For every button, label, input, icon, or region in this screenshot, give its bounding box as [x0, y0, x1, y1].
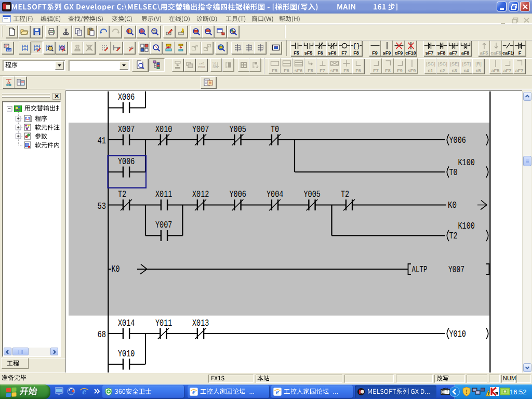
- svg-text:X006: X006: [118, 91, 135, 103]
- svg-text:T0: T0: [449, 167, 458, 178]
- svg-text:error: error: [198, 65, 206, 69]
- svg-text:Y004: Y004: [267, 189, 283, 200]
- svg-text:Y005: Y005: [304, 189, 321, 200]
- svg-text:Y010: Y010: [118, 348, 135, 360]
- svg-text:S9: S9: [212, 65, 217, 69]
- svg-text:Y005: Y005: [230, 124, 246, 135]
- svg-text:Y006: Y006: [230, 189, 246, 200]
- svg-text:!: !: [488, 391, 489, 396]
- svg-text:X012: X012: [192, 189, 209, 200]
- svg-text:X007: X007: [118, 124, 135, 135]
- svg-text:X013: X013: [192, 317, 209, 329]
- svg-text:T2: T2: [449, 230, 458, 242]
- svg-text:[ST]: [ST]: [462, 61, 471, 66]
- svg-text:K100: K100: [458, 220, 475, 232]
- svg-text:LD: LD: [7, 48, 11, 51]
- svg-text:Y007: Y007: [155, 219, 172, 231]
- svg-text:S1: S1: [212, 61, 217, 65]
- svg-text:K100: K100: [458, 157, 475, 168]
- svg-text:T0: T0: [271, 124, 279, 135]
- svg-text:[SC]: [SC]: [426, 61, 435, 66]
- svg-text:Y010: Y010: [449, 328, 466, 340]
- svg-text:{}: {}: [352, 43, 360, 50]
- svg-text:41: 41: [98, 135, 107, 147]
- svg-text:X010: X010: [155, 124, 172, 135]
- svg-text:Y007: Y007: [192, 124, 209, 135]
- svg-text:T2: T2: [341, 189, 349, 200]
- svg-text:53: 53: [98, 201, 107, 212]
- svg-text:K0: K0: [448, 200, 457, 211]
- svg-text:X014: X014: [118, 317, 135, 329]
- svg-text:Y011: Y011: [155, 317, 172, 329]
- svg-text:!: !: [466, 388, 468, 395]
- svg-text:[R]: [R]: [475, 61, 482, 66]
- svg-text:K0: K0: [112, 263, 120, 275]
- svg-text:ALTP: ALTP: [412, 264, 428, 275]
- svg-text:Y006: Y006: [118, 156, 135, 167]
- svg-text:Y006: Y006: [449, 135, 466, 146]
- svg-text:X011: X011: [155, 189, 172, 200]
- svg-text:T2: T2: [118, 189, 126, 200]
- svg-text:Y007: Y007: [448, 264, 464, 275]
- svg-text:[SC]: [SC]: [438, 61, 447, 66]
- svg-text:[SE]: [SE]: [450, 61, 459, 66]
- svg-text:68: 68: [98, 329, 107, 340]
